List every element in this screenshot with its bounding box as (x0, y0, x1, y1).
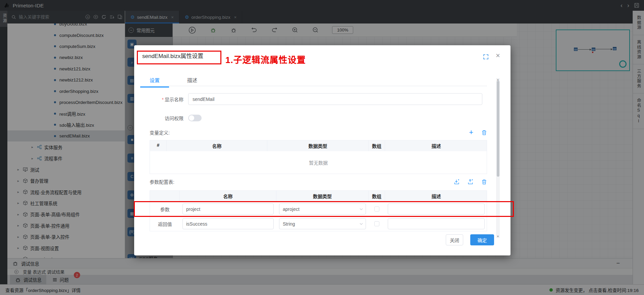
scroll-down-icon[interactable]: ▼ (496, 235, 500, 238)
display-name-label: *显示名称 (150, 96, 188, 103)
column-header: 描述 (385, 140, 487, 151)
screen: Primeton-IDE ‹ › 资源 AI buyGood.bizxcompu… (0, 0, 644, 295)
column-header: 数组 (369, 140, 385, 151)
fullscreen-icon[interactable] (483, 54, 489, 60)
array-checkbox[interactable] (374, 221, 379, 226)
add-variable-icon[interactable]: + (469, 129, 473, 136)
column-header: 名称 (180, 191, 276, 201)
variables-section-row: 变量定义: + (150, 129, 487, 136)
column-header: # (150, 140, 167, 151)
display-name-row: *显示名称 (150, 93, 487, 105)
access-toggle[interactable] (188, 115, 202, 121)
params-section-row: 参数配置表: (150, 178, 487, 185)
selected-datatype-value: String (283, 221, 295, 227)
annotation-box-title (137, 51, 221, 64)
delete-variable-icon[interactable] (481, 130, 487, 135)
column-header: 数据类型 (276, 191, 369, 201)
param-row-返回值: 返回值String (150, 216, 487, 231)
close-button[interactable]: 关闭 (446, 234, 463, 245)
empty-data-text: 暂无数据 (150, 151, 487, 174)
column-header: 数组 (369, 191, 385, 201)
access-row: 访问权限 (150, 115, 487, 121)
export-params-icon[interactable] (468, 179, 473, 185)
column-header: 名称 (167, 140, 267, 151)
param-datatype-select[interactable]: String (279, 218, 366, 229)
close-icon[interactable]: × (496, 51, 500, 60)
access-label: 访问权限 (150, 115, 188, 121)
required-mark: * (162, 97, 164, 102)
tabs-divider (150, 86, 487, 86)
chevron-down-icon (360, 223, 363, 225)
confirm-button[interactable]: 确定 (470, 234, 494, 245)
column-header: 数据类型 (267, 140, 369, 151)
param-datatype-cell: String (276, 218, 369, 229)
column-header: 描述 (385, 191, 487, 201)
param-array-cell (369, 221, 385, 226)
annotation-box-param-row (134, 201, 514, 217)
variables-table: #名称数据类型数组描述 暂无数据 (150, 140, 487, 174)
delete-param-icon[interactable] (481, 179, 487, 185)
param-name-input[interactable] (182, 218, 274, 229)
column-header (150, 191, 180, 201)
annotation-step1-text: 1.子逻辑流属性设置 (225, 53, 306, 65)
scrollbar-thumb[interactable] (497, 81, 499, 177)
display-name-input[interactable] (188, 93, 482, 105)
toggle-knob (189, 115, 194, 121)
param-type-label: 返回值 (150, 221, 180, 227)
properties-dialog: sendEMail.bizx属性设置 × 设置描述 *显示名称 访问权限 变量定… (134, 45, 511, 255)
param-name-cell (180, 218, 276, 229)
params-section-label: 参数配置表: (150, 178, 174, 185)
variables-section-label: 变量定义: (150, 129, 170, 136)
param-description-input[interactable] (388, 218, 485, 229)
import-params-icon[interactable] (454, 179, 460, 185)
param-description-cell (385, 218, 487, 229)
